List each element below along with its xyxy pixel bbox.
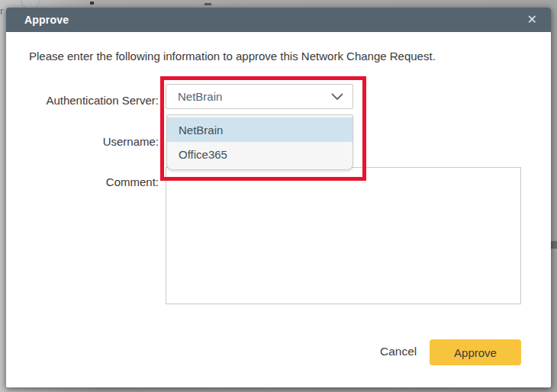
page-background: r Approve ✕ Please enter the following i… <box>0 0 557 392</box>
approve-button[interactable]: Approve <box>430 339 521 365</box>
background-scrollbar-thumb <box>551 241 557 249</box>
auth-server-dropdown-panel: NetBrain Office365 <box>166 114 353 170</box>
dropdown-option-netbrain[interactable]: NetBrain <box>167 117 353 142</box>
comment-label: Comment: <box>106 175 159 189</box>
background-text-fragment: r <box>0 6 3 16</box>
approve-dialog: Approve ✕ Please enter the following inf… <box>6 8 551 387</box>
comment-textarea[interactable] <box>166 167 521 304</box>
cancel-button[interactable]: Cancel <box>369 339 427 365</box>
dialog-title: Approve <box>24 14 69 26</box>
auth-server-label: Authentication Server: <box>46 94 159 108</box>
background-mark <box>204 3 211 5</box>
auth-server-select[interactable]: NetBrain <box>166 84 353 109</box>
close-icon[interactable]: ✕ <box>524 12 540 27</box>
username-label: Username: <box>103 135 159 149</box>
instruction-text: Please enter the following information t… <box>29 49 533 64</box>
dropdown-option-office365[interactable]: Office365 <box>167 142 353 166</box>
dialog-header: Approve ✕ <box>6 8 551 32</box>
chevron-down-icon <box>331 93 343 101</box>
background-mark <box>90 2 94 5</box>
auth-server-selected-value: NetBrain <box>178 90 222 103</box>
